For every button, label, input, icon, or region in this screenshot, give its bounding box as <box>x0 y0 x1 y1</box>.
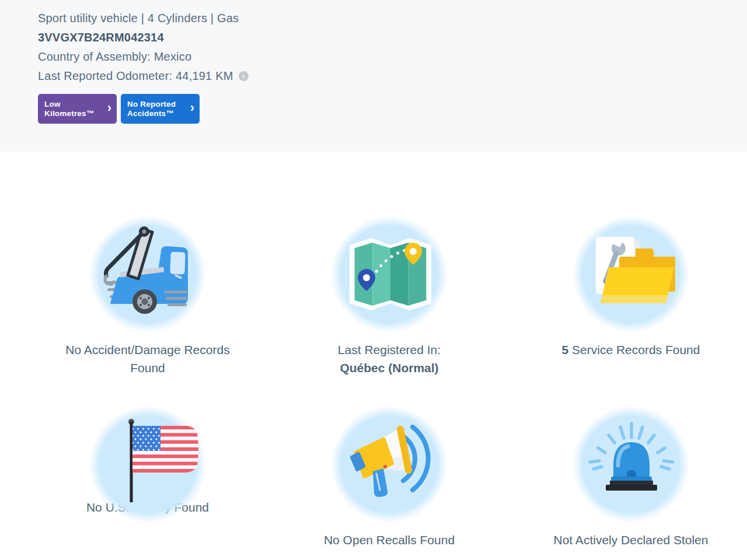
tile-label: No Accident/Damage Records Found <box>31 341 264 377</box>
tile-label: No Open Recalls Found <box>273 531 506 549</box>
tile-label-line: Québec (Normal) <box>273 359 506 377</box>
map-icon <box>331 216 448 332</box>
us-flag-icon <box>89 406 206 523</box>
chevron-right-icon: › <box>107 102 111 116</box>
tile-label-line: No Accident/Damage Records <box>31 341 264 359</box>
report-summary-grid: No Accident/Damage Records Found <box>27 216 747 549</box>
tile-label: Last Registered In: Québec (Normal) <box>273 341 506 377</box>
badge-line-1: Low <box>44 100 94 109</box>
summary-tile-service-records: 5 Service Records Found <box>510 216 747 377</box>
tile-label: Not Actively Declared Stolen <box>514 531 747 549</box>
odometer-line: Last Reported Odometer: 44,191 KM <box>38 66 233 86</box>
megaphone-icon <box>331 406 448 523</box>
tile-label-line: Service Records Found <box>572 343 700 356</box>
summary-tile-declared-stolen: Not Actively Declared Stolen <box>510 406 747 549</box>
badge-label: No Reported Accidents™ <box>127 100 176 118</box>
summary-tile-last-registered: Last Registered In: Québec (Normal) <box>268 216 510 377</box>
tile-label-count: 5 <box>562 343 569 356</box>
vehicle-spec-line: Sport utility vehicle | 4 Cylinders | Ga… <box>38 9 747 28</box>
vehicle-summary-header: Sport utility vehicle | 4 Cylinders | Ga… <box>0 0 747 152</box>
badge-line-1: No Reported <box>127 100 176 109</box>
badge-line-2: Kilometres™ <box>44 109 94 118</box>
tow-truck-icon <box>89 216 206 332</box>
badge-label: Low Kilometres™ <box>44 100 94 118</box>
info-icon[interactable]: i <box>239 71 249 81</box>
summary-tile-us-history: No U.S. History Found <box>27 406 268 549</box>
summary-tile-accident-damage: No Accident/Damage Records Found <box>27 216 268 377</box>
badge-row: Low Kilometres™ › No Reported Accidents™… <box>38 94 747 124</box>
chevron-right-icon: › <box>190 102 194 116</box>
tile-label-line: No Open Recalls Found <box>273 531 506 549</box>
badge-line-2: Accidents™ <box>127 109 176 118</box>
country-of-assembly-line: Country of Assembly: Mexico <box>38 47 747 66</box>
no-reported-accidents-badge[interactable]: No Reported Accidents™ › <box>121 94 200 124</box>
siren-icon <box>573 406 689 523</box>
low-kilometres-badge[interactable]: Low Kilometres™ › <box>38 94 117 124</box>
vin-number: 3VVGX7B24RM042314 <box>38 28 747 47</box>
tile-label-line: Not Actively Declared Stolen <box>514 531 747 549</box>
tile-label: 5 Service Records Found <box>514 341 747 359</box>
tile-label-line: Last Registered In: <box>273 341 506 359</box>
tile-label-line: Found <box>31 359 264 377</box>
service-records-folder-icon <box>573 216 689 332</box>
odometer-row: Last Reported Odometer: 44,191 KM i <box>38 66 747 86</box>
summary-tile-open-recalls: No Open Recalls Found <box>268 406 510 549</box>
